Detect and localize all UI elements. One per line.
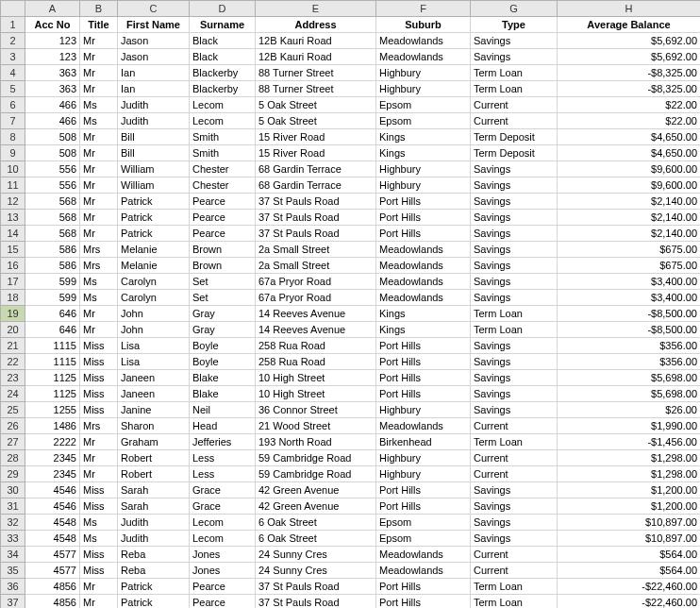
cell[interactable]: Port Hills	[376, 370, 471, 386]
cell[interactable]: 4548	[25, 515, 80, 531]
cell[interactable]: Ms	[80, 290, 118, 306]
cell[interactable]: Mr	[80, 194, 118, 210]
cell[interactable]: Mr	[80, 65, 118, 81]
header-cell[interactable]: Title	[80, 17, 118, 33]
cell[interactable]: $1,298.00	[558, 450, 701, 466]
cell[interactable]: 586	[25, 258, 80, 274]
cell[interactable]: Mr	[80, 322, 118, 338]
cell[interactable]: Melanie	[118, 242, 190, 258]
cell[interactable]: Savings	[471, 242, 558, 258]
cell[interactable]: Savings	[471, 258, 558, 274]
cell[interactable]: Term Loan	[471, 65, 558, 81]
cell[interactable]: 67a Pryor Road	[256, 274, 376, 290]
row-header[interactable]: 22	[1, 354, 25, 370]
cell[interactable]: $1,200.00	[558, 482, 701, 498]
cell[interactable]: 123	[25, 33, 80, 49]
cell[interactable]: 37 St Pauls Road	[256, 210, 376, 226]
cell[interactable]: 2a Small Street	[256, 258, 376, 274]
cell[interactable]: Mr	[80, 129, 118, 145]
cell[interactable]: 4856	[25, 595, 80, 609]
cell[interactable]: 2345	[25, 450, 80, 466]
cell[interactable]: Patrick	[118, 194, 190, 210]
cell[interactable]: 37 St Pauls Road	[256, 579, 376, 595]
row-header[interactable]: 20	[1, 322, 25, 338]
cell[interactable]: Meadowlands	[376, 290, 471, 306]
cell[interactable]: 466	[25, 97, 80, 113]
cell[interactable]: 15 River Road	[256, 145, 376, 161]
row-header[interactable]: 18	[1, 290, 25, 306]
cell[interactable]: Grace	[190, 498, 256, 515]
cell[interactable]: 14 Reeves Avenue	[256, 322, 376, 338]
row-header[interactable]: 29	[1, 466, 25, 482]
cell[interactable]: Current	[471, 418, 558, 434]
cell[interactable]: Ms	[80, 531, 118, 547]
cell[interactable]: -$8,500.00	[558, 306, 701, 322]
cell[interactable]: 258 Rua Road	[256, 354, 376, 370]
cell[interactable]: Chester	[190, 161, 256, 177]
cell[interactable]: $1,990.00	[558, 418, 701, 434]
cell[interactable]: 10 High Street	[256, 370, 376, 386]
cell[interactable]: Kings	[376, 306, 471, 322]
cell[interactable]: Gray	[190, 306, 256, 322]
cell[interactable]: Mrs	[80, 242, 118, 258]
header-cell[interactable]: First Name	[118, 17, 190, 33]
col-header-G[interactable]: G	[471, 1, 558, 17]
row-header[interactable]: 15	[1, 242, 25, 258]
cell[interactable]: Savings	[471, 33, 558, 49]
cell[interactable]: $5,698.00	[558, 386, 701, 402]
row-header[interactable]: 17	[1, 274, 25, 290]
cell[interactable]: Term Deposit	[471, 129, 558, 145]
col-header-E[interactable]: E	[256, 1, 376, 17]
cell[interactable]: Savings	[471, 338, 558, 354]
cell[interactable]: Smith	[190, 145, 256, 161]
cell[interactable]: Meadowlands	[376, 274, 471, 290]
cell[interactable]: Epsom	[376, 531, 471, 547]
cell[interactable]: $4,650.00	[558, 145, 701, 161]
cell[interactable]: $10,897.00	[558, 531, 701, 547]
cell[interactable]: Sarah	[118, 482, 190, 498]
cell[interactable]: 646	[25, 322, 80, 338]
cell[interactable]: Port Hills	[376, 210, 471, 226]
cell[interactable]: Pearce	[190, 595, 256, 609]
cell[interactable]: Gray	[190, 322, 256, 338]
cell[interactable]: Mr	[80, 161, 118, 177]
row-header[interactable]: 30	[1, 482, 25, 498]
cell[interactable]: $26.00	[558, 402, 701, 418]
cell[interactable]: 24 Sunny Cres	[256, 563, 376, 579]
cell[interactable]: 2222	[25, 434, 80, 450]
row-header[interactable]: 16	[1, 258, 25, 274]
cell[interactable]: 15 River Road	[256, 129, 376, 145]
cell[interactable]: Savings	[471, 49, 558, 65]
cell[interactable]: Black	[190, 33, 256, 49]
row-header[interactable]: 25	[1, 402, 25, 418]
cell[interactable]: 508	[25, 145, 80, 161]
cell[interactable]: Highbury	[376, 81, 471, 97]
cell[interactable]: Port Hills	[376, 482, 471, 498]
cell[interactable]: 1486	[25, 418, 80, 434]
cell[interactable]: $1,298.00	[558, 466, 701, 482]
cell[interactable]: Current	[471, 113, 558, 129]
cell[interactable]: Neil	[190, 402, 256, 418]
cell[interactable]: Term Loan	[471, 306, 558, 322]
cell[interactable]: Set	[190, 290, 256, 306]
cell[interactable]: -$8,500.00	[558, 322, 701, 338]
cell[interactable]: $3,400.00	[558, 274, 701, 290]
cell[interactable]: 4546	[25, 482, 80, 498]
cell[interactable]: Ms	[80, 97, 118, 113]
cell[interactable]: Pearce	[190, 194, 256, 210]
cell[interactable]: $356.00	[558, 338, 701, 354]
cell[interactable]: -$22,460.00	[558, 579, 701, 595]
cell[interactable]: 24 Sunny Cres	[256, 547, 376, 563]
row-header[interactable]: 5	[1, 81, 25, 97]
cell[interactable]: Head	[190, 418, 256, 434]
cell[interactable]: Brown	[190, 258, 256, 274]
cell[interactable]: Savings	[471, 290, 558, 306]
cell[interactable]: Miss	[80, 482, 118, 498]
cell[interactable]: 68 Gardin Terrace	[256, 161, 376, 177]
cell[interactable]: Savings	[471, 161, 558, 177]
cell[interactable]: Lisa	[118, 338, 190, 354]
cell[interactable]: $3,400.00	[558, 290, 701, 306]
cell[interactable]: Reba	[118, 563, 190, 579]
cell[interactable]: Current	[471, 563, 558, 579]
cell[interactable]: Ms	[80, 113, 118, 129]
